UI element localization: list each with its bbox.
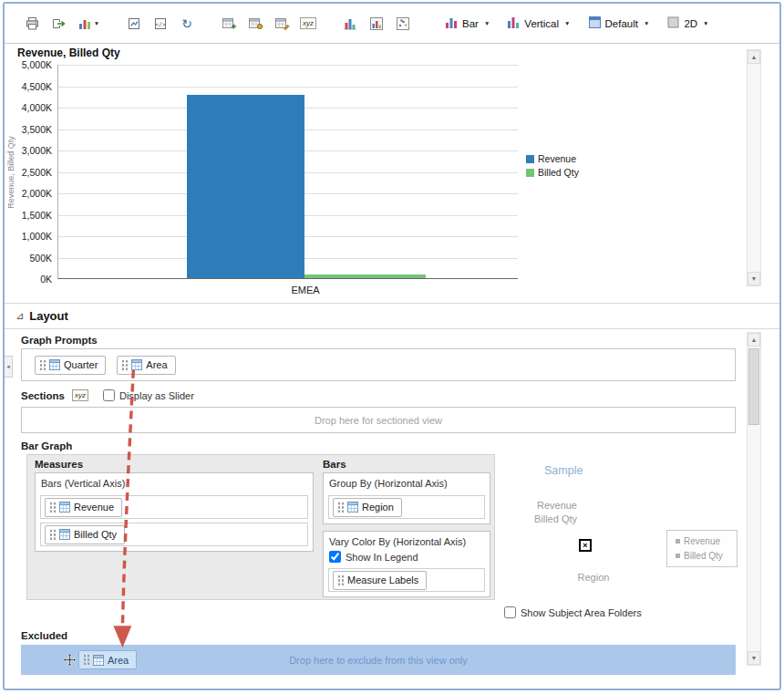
vary-color-title: Vary Color By (Horizontal Axis) [328,534,485,550]
graph-style-dropdown[interactable]: Default ▼ [588,16,650,31]
preview-icon[interactable] [125,16,143,32]
sample-axis-label: Region [566,572,621,583]
toolbar: ▼ </> ↻ xyz Bar ▼ Vertical ▼ Default ▼ [5,4,779,44]
bar-graph-panel: Measures Bars (Vertical Axis) Revenue [26,454,495,600]
y-tick-label: 2,500K [22,168,52,177]
sections-row: Sections xyz Display as Slider [21,389,194,401]
display-as-slider-checkbox[interactable] [103,389,115,401]
scrollbar-thumb[interactable] [748,348,759,425]
chevron-down-icon: ▼ [94,20,99,26]
drag-handle-icon [49,529,56,541]
framed-chart-view-icon[interactable] [367,16,386,32]
collapse-pane-handle[interactable]: ◄ [5,356,13,378]
scroll-down-icon[interactable]: ▼ [748,651,760,665]
svg-text:</>: </> [155,20,166,27]
layout-scrollbar[interactable]: ▲ ▼ [747,332,761,666]
y-tick-label: 3,000K [22,146,52,155]
group-by-slot[interactable]: Region [328,495,485,519]
field-pill-quarter[interactable]: Quarter [35,356,106,375]
edit-xml-icon[interactable]: </> [151,16,170,32]
collapse-layout-icon[interactable]: ⊿ [15,310,24,322]
abc-labels-icon[interactable]: xyz [299,16,317,32]
graph-type-dropdown[interactable]: Bar ▼ [445,16,490,31]
y-tick-label: 4,500K [22,82,52,91]
sections-label: Sections [21,390,65,401]
field-pill-label: Measure Labels [347,575,418,585]
new-calculated-item-icon[interactable] [273,16,291,32]
y-tick-label: 1,500K [22,211,52,220]
field-pill-region[interactable]: Region [333,498,402,517]
vary-color-slot[interactable]: Measure Labels [328,568,485,592]
sample-axis-marker-icon: × [579,539,592,552]
group-by-box: Group By (Horizontal Axis) Region [323,472,490,524]
show-subject-area-folders-option[interactable]: Show Subject Area Folders [504,606,642,618]
field-pill-label: Billed Qty [74,529,117,540]
column-grid-icon [347,502,358,513]
y-tick-label: 500K [29,254,52,263]
excluded-dropzone[interactable]: Drop here to exclude from this view only… [21,645,736,675]
legend-item-revenue: Revenue [526,153,579,164]
show-in-legend-checkbox[interactable] [329,551,341,563]
y-tick-label: 5,000K [22,60,52,69]
new-group-icon[interactable] [246,16,264,32]
measures-box: Bars (Vertical Axis) Revenue Billed Qty [35,472,314,552]
drag-handle-icon [49,502,56,513]
drag-handle-icon [337,502,344,513]
bar-revenue[interactable] [187,95,304,278]
scatter-chart-view-icon[interactable] [394,16,412,32]
sample-title: Sample [544,464,583,477]
layout-section-header: ⊿ Layout [5,303,779,329]
sections-dropzone[interactable]: Drop here for sectioned view [21,407,736,433]
legend-square-icon [676,554,680,558]
scroll-up-icon[interactable]: ▲ [748,333,760,347]
export-icon[interactable] [49,16,67,32]
measures-panel: Measures Bars (Vertical Axis) Revenue [35,459,314,552]
scroll-up-icon[interactable]: ▲ [748,50,760,64]
chart-type-menu-icon[interactable]: ▼ [76,16,101,32]
bar-type-icon [445,16,459,31]
sample-preview: Sample Revenue Billed Qty × Region Reven… [513,457,747,610]
sample-legend-box: Revenue Billed Qty [666,530,738,567]
print-icon[interactable] [23,16,41,32]
bar-billed-qty[interactable] [304,274,427,278]
legend-label-revenue: Revenue [538,153,576,164]
show-in-legend-option[interactable]: Show In Legend [328,550,485,565]
field-pill-billed-qty[interactable]: Billed Qty [45,525,125,544]
bar-view-icon[interactable] [341,16,359,32]
chart-view: Revenue, Billed Qty Revenue, Billed Qty … [5,46,779,303]
field-pill-measure-labels[interactable]: Measure Labels [333,571,427,590]
revenue-swatch-icon [526,155,534,163]
sample-legend-item: Revenue [671,536,733,546]
refresh-icon[interactable]: ↻ [178,16,196,32]
column-grid-icon [49,359,60,370]
measure-slot[interactable]: Billed Qty [40,523,308,546]
show-in-legend-label: Show In Legend [346,552,418,563]
x-category-label: EMEA [228,285,383,295]
y-tick-label: 2,000K [22,189,52,198]
sample-measure-labels: Revenue Billed Qty [517,499,577,526]
layout-title: Layout [29,309,68,323]
field-pill-label: Quarter [64,359,98,370]
2d-effect-icon [666,16,680,31]
graph-prompts-label: Graph Prompts [21,335,98,346]
field-pill-area[interactable]: Area [117,356,175,375]
sections-xyz-icon[interactable]: xyz [72,389,88,401]
show-subject-area-folders-label: Show Subject Area Folders [521,607,642,618]
show-subject-area-folders-checkbox[interactable] [504,606,516,618]
graph-prompts-dropzone[interactable]: Quarter Area [21,348,736,381]
sample-measure-revenue: Revenue [517,499,577,513]
field-pill-area-dragged[interactable]: Area [78,650,137,669]
measure-slot[interactable]: Revenue [40,495,308,519]
display-as-slider-option[interactable]: Display as Slider [103,389,194,401]
field-pill-revenue[interactable]: Revenue [45,498,122,517]
scroll-down-icon[interactable]: ▼ [748,272,760,285]
graph-effect-dropdown[interactable]: 2D ▼ [666,16,708,31]
graph-subtype-dropdown[interactable]: Vertical ▼ [507,16,570,31]
new-measure-column-icon[interactable] [220,16,238,32]
drag-handle-icon [337,575,344,586]
bars-header: Bars [323,459,490,470]
y-tick-label: 1,000K [22,232,52,241]
y-tick-label: 4,000K [22,103,52,112]
sections-dropzone-text: Drop here for sectioned view [315,415,442,426]
chart-scrollbar[interactable]: ▲ ▼ [747,49,761,286]
